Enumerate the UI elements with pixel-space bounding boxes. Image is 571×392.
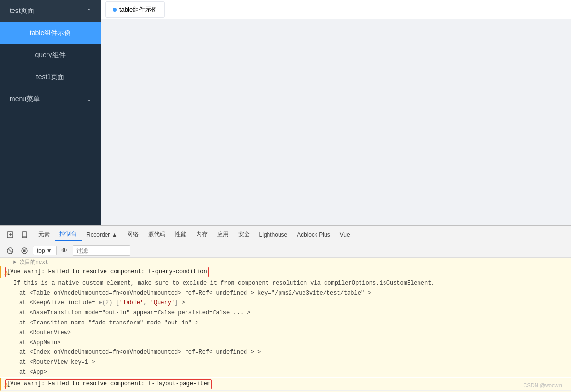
tab-recorder[interactable]: Recorder ▲: [82, 230, 122, 240]
sidebar-group-test[interactable]: test页面 ⌃: [0, 0, 101, 22]
sidebar-item-test1[interactable]: test1页面: [0, 66, 101, 88]
dropdown-arrow-icon: ▼: [47, 247, 52, 254]
tab-source[interactable]: 源代码: [143, 229, 170, 241]
tab-table-component[interactable]: table组件示例: [105, 1, 165, 18]
console-output: ► 次目的next ⚠ [Vue warn]: Failed to resolv…: [0, 258, 571, 392]
tab-console[interactable]: 控制台: [55, 228, 82, 241]
trace-1-3: at <BaseTransition mode="out-in" appear=…: [0, 308, 571, 318]
sidebar-group-test-label: test页面: [10, 7, 34, 15]
eye-icon[interactable]: 👁: [58, 245, 71, 256]
trace-1-5: at <RouterView>: [0, 328, 571, 338]
trace-1-7: at <Index onVnodeUnmounted=fn<onVnodeUnm…: [0, 347, 571, 357]
sidebar: test页面 ⌃ table组件示例 query组件 test1页面 menu菜…: [0, 0, 101, 225]
chevron-up-icon: ⌃: [86, 8, 91, 14]
warn-block-2: ⚠ [Vue warn]: Failed to resolve componen…: [0, 378, 571, 391]
console-toolbar: top ▼ 👁: [0, 243, 571, 258]
sidebar-item-query[interactable]: query组件: [0, 44, 101, 66]
devtools-icon-group: [4, 229, 31, 241]
page-content: [101, 19, 571, 225]
top-dropdown[interactable]: top ▼: [33, 246, 57, 255]
tab-vue[interactable]: Vue: [335, 230, 355, 240]
warn-text-2: [Vue warn]: Failed to resolve component:…: [5, 379, 212, 389]
trace-1-2: at <KeepAlive include= ►(2) ['Table', 'Q…: [0, 298, 571, 308]
sidebar-item-table[interactable]: table组件示例: [0, 22, 101, 44]
svg-rect-3: [22, 232, 27, 238]
svg-rect-8: [23, 249, 26, 252]
warn-icon-1: ⚠: [4, 267, 8, 278]
main-area: test页面 ⌃ table组件示例 query组件 test1页面 menu菜…: [0, 0, 571, 225]
tab-elements[interactable]: 元素: [34, 229, 55, 241]
device-icon[interactable]: [18, 229, 31, 241]
clear-console-icon[interactable]: [4, 244, 16, 257]
trace-1-9: at <App>: [0, 368, 571, 378]
prev-line: ► 次目的next: [0, 258, 571, 266]
tab-network[interactable]: 网络: [122, 229, 143, 241]
trace-1-6: at <AppMain>: [0, 338, 571, 348]
tab-bar: table组件示例: [101, 0, 571, 19]
tab-application[interactable]: 应用: [212, 229, 233, 241]
trace-1-4: at <Transition name="fade-transform" mod…: [0, 318, 571, 328]
filter-input[interactable]: [73, 245, 130, 256]
chevron-down-icon: ⌄: [86, 96, 91, 103]
devtools-panel: 元素 控制台 Recorder ▲ 网络 源代码 性能 内存 应用 安全 Lig…: [0, 225, 571, 392]
sidebar-group-menu-label: menu菜单: [10, 95, 40, 104]
trace-1-8: at <RouterView key=1 >: [0, 357, 571, 368]
content-area: table组件示例: [101, 0, 571, 225]
warn-block-1: ⚠ [Vue warn]: Failed to resolve componen…: [0, 266, 571, 278]
tab-security[interactable]: 安全: [233, 229, 255, 241]
trace-1-0: If this is a native custom element, make…: [0, 278, 571, 288]
warn-icon-2: ⚠: [4, 380, 8, 390]
warn-text-1: [Vue warn]: Failed to resolve component:…: [5, 267, 209, 277]
svg-line-6: [9, 249, 12, 252]
stop-icon[interactable]: [18, 244, 31, 257]
trace-1-1: at <Table onVnodeUnmounted=fn<onVnodeUnm…: [0, 288, 571, 299]
sidebar-group-menu[interactable]: menu菜单 ⌄: [0, 88, 101, 110]
tab-adblock[interactable]: Adblock Plus: [292, 230, 335, 240]
tab-performance[interactable]: 性能: [170, 229, 191, 241]
devtools-tab-bar: 元素 控制台 Recorder ▲ 网络 源代码 性能 内存 应用 安全 Lig…: [0, 226, 571, 243]
tab-memory[interactable]: 内存: [191, 229, 212, 241]
tab-lighthouse[interactable]: Lighthouse: [255, 230, 292, 240]
tab-dot: [113, 8, 117, 12]
inspect-icon[interactable]: [4, 229, 16, 241]
